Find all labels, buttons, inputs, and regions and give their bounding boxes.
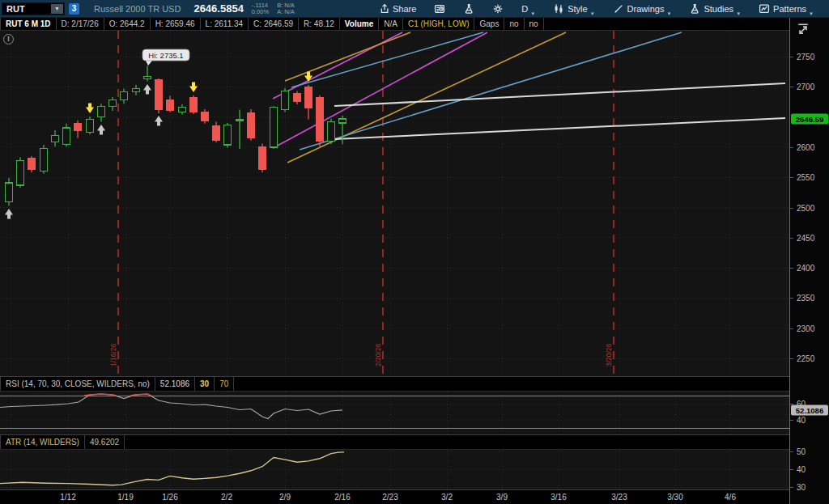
price-axis-label: 2400 [797, 264, 814, 273]
atr-study-chart[interactable] [0, 450, 789, 489]
change-percent: 0.00% [252, 9, 269, 15]
comparison-label[interactable]: C1 (HIGH, LOW) [403, 18, 475, 30]
atr-label[interactable]: ATR (14, WILDERS) [0, 435, 85, 449]
chevron-down-icon: ▼ [590, 11, 595, 16]
candle[interactable] [144, 66, 151, 81]
studies-button[interactable]: Studies▼ [680, 0, 750, 18]
time-axis-label: 3/9 [496, 493, 508, 502]
candle[interactable] [98, 104, 105, 121]
candle[interactable] [190, 95, 198, 114]
time-axis-label: 4/6 [725, 493, 736, 502]
buy-signal-arrow-icon [5, 209, 13, 219]
trendline[interactable] [287, 32, 566, 163]
candle[interactable] [109, 97, 117, 111]
price-axis-label: 2450 [797, 233, 814, 242]
candle[interactable] [224, 123, 232, 148]
candle[interactable] [248, 109, 255, 141]
gear-icon [492, 3, 504, 15]
candle[interactable] [317, 95, 324, 147]
time-axis-label: 1/19 [117, 493, 133, 502]
maximize-chart-icon[interactable] [797, 23, 810, 36]
time-axis-label: 3/30 [667, 493, 682, 502]
candle[interactable] [305, 85, 312, 120]
candle[interactable] [17, 158, 24, 188]
candle[interactable] [339, 116, 346, 144]
candle[interactable] [202, 109, 209, 124]
main-price-chart[interactable]: 1/16/262/20/263/20/26Hi: 2735.1 [0, 31, 789, 376]
candle[interactable] [87, 116, 94, 134]
candle[interactable] [259, 143, 266, 172]
candle[interactable] [179, 104, 186, 115]
alert-icon[interactable]: ! [3, 34, 14, 44]
gaps-value-1[interactable]: no [504, 18, 524, 30]
chevron-down-icon: ▼ [736, 11, 741, 16]
symbol-input[interactable]: RUT ▼ [2, 2, 65, 15]
open-value[interactable]: O: 2644.2 [104, 18, 151, 30]
time-axis-label: 2/2 [221, 493, 232, 502]
trendline[interactable] [334, 118, 785, 139]
candle[interactable] [121, 89, 128, 104]
timeframe-button[interactable]: D▼ [512, 0, 544, 18]
time-axis-label: 1/26 [162, 493, 177, 502]
drawings-button[interactable]: Drawings▼ [604, 0, 681, 18]
volume-value[interactable]: N/A [379, 18, 403, 30]
candle[interactable] [213, 122, 220, 142]
low-value[interactable]: L: 2611.34 [201, 18, 249, 30]
atr-header-row: ATR (14, WILDERS)49.6202 [0, 434, 789, 450]
candle[interactable] [63, 124, 70, 146]
trading-platform-window: RUT ▼ 3 Russell 2000 TR USD 2646.5854 -.… [0, 0, 829, 504]
flask-icon [463, 3, 474, 15]
candle[interactable] [52, 130, 59, 146]
candle[interactable] [282, 88, 289, 112]
atr-value[interactable]: 49.6202 [85, 435, 125, 449]
sell-signal-arrow-icon [86, 104, 94, 114]
rsi-overbought[interactable]: 70 [215, 377, 234, 391]
style-button[interactable]: Style▼ [544, 0, 603, 18]
trendline[interactable] [285, 32, 410, 81]
rsi-value-bubble: 52.1086 [791, 404, 828, 415]
share-button[interactable]: Share [369, 0, 425, 18]
candle[interactable] [328, 119, 335, 144]
rsi-value[interactable]: 52.1086 [155, 377, 195, 391]
last-price-bubble: 2646.59 [791, 114, 828, 125]
rsi-line [0, 394, 342, 419]
candle[interactable] [294, 91, 301, 104]
candle[interactable] [236, 110, 244, 150]
range-value[interactable]: R: 48.12 [299, 18, 340, 30]
price-axis-label: 2500 [797, 203, 814, 212]
style-button-label: Style [568, 4, 587, 14]
flask-icon [689, 3, 700, 15]
candles-icon [553, 3, 564, 15]
candle[interactable] [74, 121, 82, 138]
time-axis-label: 3/2 [441, 493, 453, 502]
rsi-oversold[interactable]: 30 [195, 377, 215, 391]
time-axis[interactable]: 1/121/191/262/22/92/162/233/23/93/163/23… [0, 489, 789, 504]
symbol-text: RUT [2, 4, 51, 14]
gaps-value-2[interactable]: no [525, 18, 544, 30]
chevron-down-icon: ▼ [530, 11, 535, 16]
candle[interactable] [6, 178, 13, 205]
news-icon [434, 3, 445, 15]
candle[interactable] [270, 106, 278, 149]
linked-group-badge[interactable]: 3 [69, 3, 79, 15]
candle[interactable] [167, 96, 174, 112]
time-axis-label: 2/16 [334, 493, 350, 502]
rsi-study-chart[interactable] [0, 392, 789, 434]
symbol-period[interactable]: RUT 6 M 1D [0, 18, 57, 30]
last-price: 2646.5854 [193, 2, 243, 15]
patterns-button[interactable]: Patterns▼ [750, 0, 823, 18]
settings-button[interactable] [483, 0, 512, 18]
price-axis[interactable]: 2750270026002550250024502400235023002250… [789, 18, 829, 504]
high-value[interactable]: H: 2659.46 [151, 18, 201, 30]
lab-button[interactable] [454, 0, 483, 18]
rsi-label[interactable]: RSI (14, 70, 30, CLOSE, WILDERS, no) [0, 377, 155, 391]
gaps-label[interactable]: Gaps [474, 18, 504, 30]
quote-date[interactable]: D: 2/17/26 [57, 18, 104, 30]
candle[interactable] [40, 145, 48, 174]
close-value[interactable]: C: 2646.59 [249, 18, 299, 30]
candle[interactable] [28, 156, 36, 172]
candle[interactable] [155, 78, 163, 113]
symbol-dropdown-caret-icon[interactable]: ▼ [51, 4, 63, 14]
news-button[interactable] [425, 0, 454, 18]
volume-label[interactable]: Volume [340, 18, 379, 30]
